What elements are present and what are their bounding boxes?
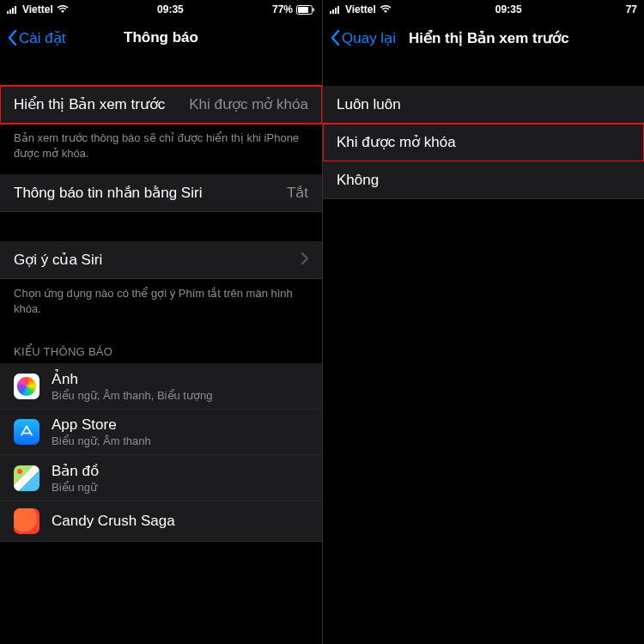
wifi-icon <box>380 5 392 14</box>
battery-percent: 77% <box>272 3 293 15</box>
svg-rect-2 <box>12 8 14 14</box>
svg-rect-6 <box>313 8 315 11</box>
status-bar: Viettel 09:35 77 <box>323 0 644 19</box>
maps-icon <box>14 465 39 491</box>
chevron-left-icon <box>7 29 17 46</box>
row-show-previews[interactable]: Hiển thị Bản xem trước Khi được mở khóa <box>0 86 322 124</box>
screen-notifications: Viettel 09:35 77% Cài đặt Thông báo Hiển… <box>0 0 322 644</box>
app-row[interactable]: App StoreBiểu ngữ, Âm thanh <box>0 410 322 455</box>
clock-label: 09:35 <box>157 3 184 15</box>
svg-rect-8 <box>332 9 334 14</box>
status-bar: Viettel 09:35 77% <box>0 0 322 19</box>
back-button[interactable]: Cài đặt <box>7 29 65 47</box>
option-row[interactable]: Luôn luôn <box>323 86 644 124</box>
svg-rect-1 <box>9 9 11 14</box>
svg-rect-0 <box>7 11 9 14</box>
screen-show-previews: Viettel 09:35 77 Quay lại Hiển thị Bản x… <box>322 0 644 644</box>
battery-percent: 77 <box>626 3 637 15</box>
section-header-style: KIỂU THÔNG BÁO <box>0 330 322 363</box>
app-row[interactable]: ẢnhBiểu ngữ, Âm thanh, Biểu tượng <box>0 363 322 410</box>
previews-footer: Bản xem trước thông báo sẽ chỉ được hiển… <box>0 124 322 174</box>
app-name: Ảnh <box>52 370 212 388</box>
signal-icon <box>7 5 19 14</box>
row-value: Tắt <box>287 184 308 202</box>
signal-icon <box>330 5 342 14</box>
row-label: Hiển thị Bản xem trước <box>14 95 165 113</box>
option-label: Luôn luôn <box>337 96 401 113</box>
option-row[interactable]: Khi được mở khóa <box>323 124 644 161</box>
nav-bar: Quay lại Hiển thị Bản xem trước <box>323 19 644 57</box>
clock-label: 09:35 <box>495 3 522 15</box>
carrier-label: Viettel <box>22 3 53 15</box>
svg-rect-10 <box>337 6 339 14</box>
option-label: Không <box>337 172 379 189</box>
row-label: Thông báo tin nhắn bằng Siri <box>14 184 202 202</box>
option-row[interactable]: Không <box>323 161 644 199</box>
back-label: Quay lại <box>342 29 396 47</box>
app-subtitle: Biểu ngữ, Âm thanh <box>52 434 151 447</box>
battery-icon <box>296 5 315 15</box>
row-siri-announce[interactable]: Thông báo tin nhắn bằng Siri Tắt <box>0 174 322 212</box>
row-value: Khi được mở khóa <box>189 95 308 113</box>
app-name: App Store <box>52 416 151 434</box>
photos-icon <box>14 374 39 399</box>
app-name: Candy Crush Saga <box>52 513 175 530</box>
appstore-icon <box>14 419 39 445</box>
option-label: Khi được mở khóa <box>337 133 456 151</box>
row-label: Gợi ý của Siri <box>14 251 102 269</box>
siri-suggestions-footer: Chọn ứng dụng nào có thể gợi ý Phím tắt … <box>0 279 322 330</box>
candy-icon <box>14 508 39 534</box>
app-row[interactable]: Bản đồBiểu ngữ <box>0 455 322 501</box>
nav-bar: Cài đặt Thông báo <box>0 19 322 57</box>
row-siri-suggestions[interactable]: Gợi ý của Siri <box>0 241 322 279</box>
chevron-left-icon <box>330 29 340 46</box>
carrier-label: Viettel <box>345 3 376 15</box>
svg-rect-5 <box>298 7 308 13</box>
svg-rect-7 <box>330 11 331 14</box>
app-name: Bản đồ <box>52 462 99 480</box>
back-label: Cài đặt <box>19 29 65 47</box>
app-subtitle: Biểu ngữ <box>52 481 99 494</box>
app-row[interactable]: Candy Crush Saga <box>0 501 322 542</box>
back-button[interactable]: Quay lại <box>330 29 396 47</box>
svg-rect-3 <box>15 6 16 14</box>
svg-rect-9 <box>335 8 337 14</box>
app-subtitle: Biểu ngữ, Âm thanh, Biểu tượng <box>52 389 212 402</box>
chevron-right-icon <box>301 252 308 269</box>
wifi-icon <box>57 5 69 14</box>
page-title: Hiển thị Bản xem trước <box>400 29 644 47</box>
